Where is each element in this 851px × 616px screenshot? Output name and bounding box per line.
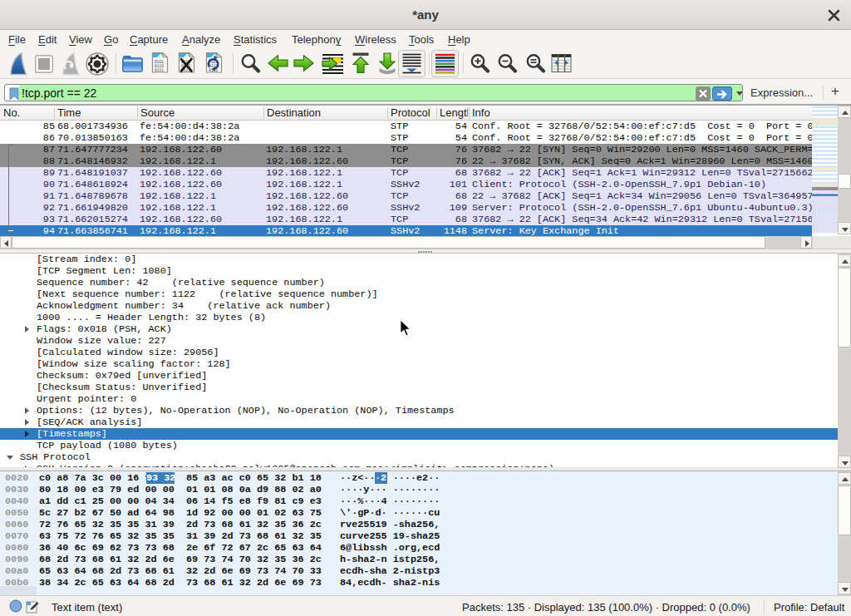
svg-text:0111: 0111 [155,68,164,72]
